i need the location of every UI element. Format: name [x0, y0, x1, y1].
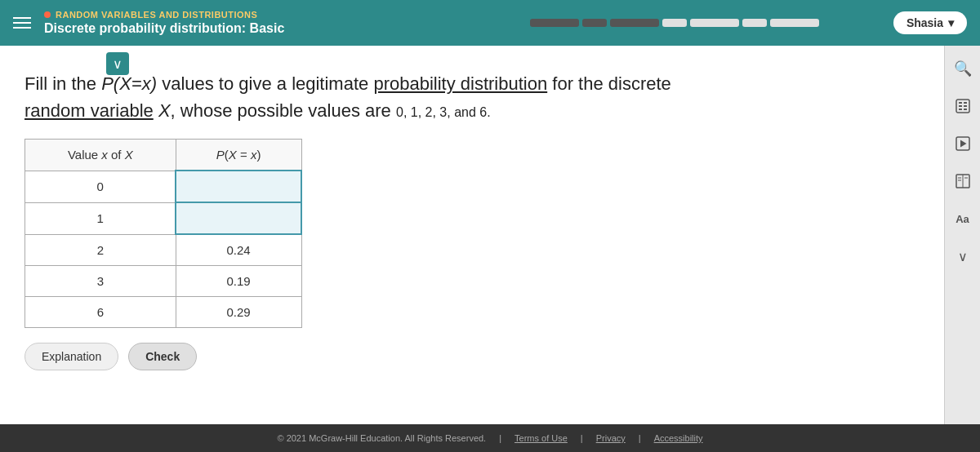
accessibility-link[interactable]: Accessibility: [654, 433, 703, 443]
app-header: RANDOM VARIABLES AND DISTRIBUTIONS Discr…: [0, 0, 980, 46]
footer-separator2: |: [581, 433, 583, 443]
table-cell-px: 0.24: [176, 234, 301, 266]
svg-rect-0: [956, 100, 969, 113]
progress-seg-5: [690, 19, 739, 27]
progress-seg-2: [582, 19, 607, 27]
font-size-icon[interactable]: Aa: [950, 206, 976, 232]
footer-separator3: |: [639, 433, 641, 443]
header-subtitle: RANDOM VARIABLES AND DISTRIBUTIONS: [44, 10, 456, 20]
table-cell-px[interactable]: [176, 202, 301, 234]
svg-rect-6: [964, 109, 967, 110]
copyright-text: © 2021 McGraw-Hill Education. All Rights…: [277, 433, 486, 443]
calculator-icon[interactable]: [950, 93, 976, 119]
probability-table: Value x of X P(X = x) 0120.2430.1960.29: [24, 139, 302, 328]
problem-text: Fill in the P(X=x) values to give a legi…: [24, 70, 956, 124]
svg-rect-4: [964, 105, 967, 107]
header-main-title: Discrete probability distribution: Basic: [44, 21, 456, 36]
px-input-0[interactable]: [214, 179, 263, 193]
table-row: 20.24: [25, 234, 302, 266]
main-content: ∨ Fill in the P(X=x) values to give a le…: [0, 46, 980, 424]
terms-link[interactable]: Terms of Use: [514, 433, 568, 443]
table-cell-x: 6: [25, 297, 176, 328]
progress-bar: [469, 19, 880, 27]
svg-rect-2: [964, 102, 967, 104]
progress-seg-1: [530, 19, 579, 27]
table-cell-px: 0.29: [176, 297, 301, 328]
chevron-down-icon[interactable]: ∨: [950, 243, 976, 269]
footer-separator: |: [499, 433, 501, 443]
progress-seg-6: [742, 19, 767, 27]
table-cell-x: 1: [25, 202, 176, 234]
table-row: 30.19: [25, 266, 302, 297]
col-header-px: P(X = x): [176, 140, 301, 171]
book-icon[interactable]: [950, 168, 976, 194]
problem-intro: Fill in the: [24, 73, 96, 94]
px-notation: P(X=x): [101, 73, 162, 94]
problem-var: X,: [158, 100, 176, 121]
table-cell-px: 0.19: [176, 266, 301, 297]
progress-seg-7: [770, 19, 819, 27]
progress-seg-3: [610, 19, 659, 27]
action-buttons: Explanation Check: [24, 343, 956, 370]
problem-cont2: whose possible values are: [180, 100, 391, 121]
progress-seg-4: [662, 19, 687, 27]
svg-marker-8: [960, 140, 967, 148]
right-sidebar: 🔍 Aa ∨: [944, 46, 980, 424]
table-cell-px[interactable]: [176, 171, 301, 202]
random-variable-link[interactable]: random variable: [24, 100, 154, 121]
svg-rect-1: [959, 102, 962, 104]
table-cell-x: 0: [25, 171, 176, 202]
table-row: 0: [25, 171, 302, 202]
chevron-down-icon: ▾: [948, 16, 954, 29]
privacy-link[interactable]: Privacy: [596, 433, 626, 443]
table-row: 60.29: [25, 297, 302, 328]
problem-values: 0, 1, 2, 3, and 6.: [396, 105, 491, 119]
footer: © 2021 McGraw-Hill Education. All Rights…: [0, 424, 980, 452]
user-name: Shasia: [906, 16, 943, 29]
explanation-button[interactable]: Explanation: [24, 343, 118, 370]
px-input-1[interactable]: [214, 211, 263, 225]
header-title-block: RANDOM VARIABLES AND DISTRIBUTIONS Discr…: [44, 10, 456, 36]
table-cell-x: 3: [25, 266, 176, 297]
table-row: 1: [25, 202, 302, 234]
svg-rect-3: [959, 105, 962, 107]
play-icon[interactable]: [950, 131, 976, 157]
status-dot-icon: [44, 11, 51, 18]
problem-middle: values to give a legitimate: [162, 73, 368, 94]
svg-rect-5: [959, 109, 962, 110]
check-button[interactable]: Check: [128, 343, 197, 370]
col-header-x: Value x of X: [25, 140, 176, 171]
expand-button[interactable]: ∨: [106, 52, 129, 75]
search-people-icon[interactable]: 🔍: [950, 55, 976, 82]
hamburger-menu[interactable]: [13, 17, 31, 29]
problem-cont1: for the discrete: [552, 73, 671, 94]
user-menu[interactable]: Shasia ▾: [893, 11, 967, 34]
table-cell-x: 2: [25, 234, 176, 266]
probability-distribution-link[interactable]: probability distribution: [373, 73, 547, 94]
